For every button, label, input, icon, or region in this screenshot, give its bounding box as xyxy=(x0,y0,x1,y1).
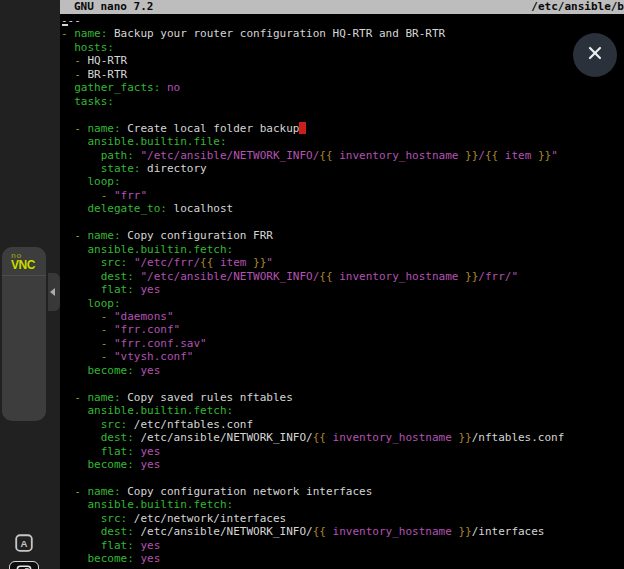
editor-line: --- xyxy=(61,14,624,27)
editor-line: - "frr" xyxy=(61,189,624,202)
editor-line: - "frr.conf.sav" xyxy=(61,337,624,350)
editor-line: flat: yes xyxy=(61,445,624,458)
vnc-screen: no VNC A xyxy=(0,0,624,569)
editor-line: - name: Create local folder backup xyxy=(61,122,624,135)
editor-line: flat: yes xyxy=(61,539,624,552)
editor-line: delegate_to: localhost xyxy=(61,202,624,215)
editor-line xyxy=(61,216,624,229)
editor-line: - "frr.conf" xyxy=(61,323,624,336)
editor-line: ansible.builtin.file: xyxy=(61,135,624,148)
clipboard-button[interactable]: A xyxy=(10,532,38,558)
editor-line: loop: xyxy=(61,175,624,188)
editor-line: ansible.builtin.fetch: xyxy=(61,243,624,256)
vnc-sidebar: no VNC A xyxy=(0,0,60,569)
editor-line: - name: Copy configuration network inter… xyxy=(61,485,624,498)
editor-line: dest: /etc/ansible/NETWORK_INFO/{{ inven… xyxy=(61,525,624,538)
nano-version-label: GNU nano 7.2 xyxy=(60,0,153,14)
editor-line: src: /etc/nftables.conf xyxy=(61,418,624,431)
editor-line: ansible.builtin.fetch: xyxy=(61,498,624,511)
text-cursor-block xyxy=(299,122,306,134)
clipboard-a-icon: A xyxy=(13,532,35,558)
x-icon xyxy=(586,44,604,66)
editor-line xyxy=(61,471,624,484)
editor-lines[interactable]: ---- name: Backup your router configurat… xyxy=(60,14,624,569)
editor-line: loop: xyxy=(61,297,624,310)
editor-line: gather_facts: no xyxy=(61,81,624,94)
editor-line: dest: /etc/ansible/NETWORK_INFO/{{ inven… xyxy=(61,431,624,444)
editor-line: - HQ-RTR xyxy=(61,54,624,67)
editor-line: state: directory xyxy=(61,162,624,175)
editor-line: hosts: xyxy=(61,41,624,54)
editor-line: src: "/etc/frr/{{ item }}" xyxy=(61,256,624,269)
editor-line: flat: yes xyxy=(61,283,624,296)
text-cursor-underline xyxy=(62,24,68,26)
editor-line xyxy=(61,108,624,121)
editor-line: ansible.builtin.fetch: xyxy=(61,404,624,417)
toolbar-handle-button[interactable] xyxy=(48,273,60,311)
close-button[interactable] xyxy=(573,33,617,77)
novnc-toolbar: no VNC A xyxy=(2,247,46,421)
editor-line: become: yes xyxy=(61,458,624,471)
novnc-logo: no VNC xyxy=(2,247,46,276)
novnc-logo-bottom: VNC xyxy=(11,259,46,271)
editor-line: become: yes xyxy=(61,552,624,565)
fullscreen-icon xyxy=(14,563,34,569)
nano-titlebar: GNU nano 7.2 /etc/ansible/b xyxy=(60,0,624,14)
collapse-left-arrow-icon xyxy=(50,288,55,296)
editor-line: - name: Backup your router configuration… xyxy=(61,27,624,40)
editor-line: - name: Copy saved rules nftables xyxy=(61,391,624,404)
editor-line: path: "/etc/ansible/NETWORK_INFO/{{ inve… xyxy=(61,149,624,162)
editor-line: - name: Copy configuration FRR xyxy=(61,229,624,242)
svg-text:A: A xyxy=(21,538,28,549)
editor-line xyxy=(61,377,624,390)
editor-line: src: /etc/network/interfaces xyxy=(61,512,624,525)
editor-line: tasks: xyxy=(61,95,624,108)
editor-line: - BR-RTR xyxy=(61,68,624,81)
nano-filename-label: /etc/ansible/b xyxy=(531,0,624,14)
fullscreen-button[interactable] xyxy=(9,561,39,569)
editor-line: - "daemons" xyxy=(61,310,624,323)
terminal-window[interactable]: GNU nano 7.2 /etc/ansible/b ---- name: B… xyxy=(60,0,624,569)
editor-line: become: yes xyxy=(61,364,624,377)
editor-line: dest: "/etc/ansible/NETWORK_INFO/{{ inve… xyxy=(61,270,624,283)
editor-line: - "vtysh.conf" xyxy=(61,350,624,363)
